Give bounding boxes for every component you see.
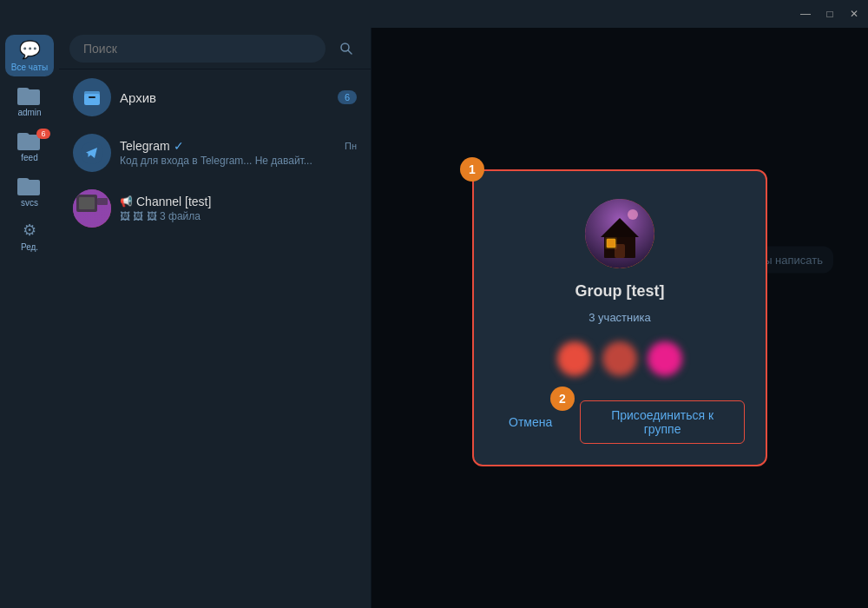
join-group-modal: Group [test] 3 участника 2 Отмена Присое…: [472, 169, 767, 466]
sidebar-item-label: svcs: [21, 198, 38, 208]
feed-badge: 6: [36, 129, 50, 139]
chat-icon: 💬: [19, 39, 41, 60]
channel-avatar: [73, 189, 111, 228]
modal-wrapper: 1: [472, 169, 767, 466]
member-avatar-2: [602, 341, 637, 376]
sidebar-item-svcs[interactable]: svcs: [5, 170, 54, 212]
cancel-button[interactable]: Отмена: [495, 408, 566, 436]
sidebar-item-admin[interactable]: admin: [5, 80, 54, 122]
member-avatar-3: [648, 341, 682, 376]
annotation-2: 2: [550, 387, 575, 411]
icon-bar: 💬 Все чаты admin feed 6 svcs ⚙ Ред.: [0, 28, 59, 608]
sidebar-item-edit[interactable]: ⚙ Ред.: [5, 215, 54, 257]
chat-time: Пн: [345, 141, 357, 151]
svg-rect-8: [79, 197, 95, 209]
svg-line-1: [348, 50, 352, 54]
search-icon: [332, 35, 360, 63]
svg-rect-9: [97, 198, 108, 205]
archive-row[interactable]: Архив 6: [59, 69, 371, 125]
group-avatar: [585, 199, 654, 268]
main-area: у хотели бы написать 1: [372, 28, 868, 608]
sidebar-item-feed[interactable]: feed 6: [5, 125, 54, 167]
chat-name-text: Telegram: [120, 139, 170, 153]
group-title: Group [test]: [575, 282, 665, 301]
title-bar: — □ ✕: [0, 0, 868, 28]
archive-icon: [73, 78, 111, 116]
sidebar-item-label: Все чаты: [11, 63, 48, 72]
archive-badge: 6: [338, 90, 357, 104]
close-button[interactable]: ✕: [847, 7, 861, 21]
sidebar-item-all-chats[interactable]: 💬 Все чаты: [5, 35, 54, 76]
telegram-avatar: [73, 134, 111, 172]
chat-panel: Архив 6 Telegram ✓ Пн Код дл: [59, 28, 372, 608]
chat-preview: Код для входа в Telegram... Не давайт...: [120, 155, 357, 167]
svg-rect-3: [84, 91, 100, 96]
chat-preview: 🖼 🖼 🖼 3 файла: [120, 210, 357, 222]
maximize-button[interactable]: □: [823, 7, 837, 21]
search-input[interactable]: [69, 35, 326, 63]
search-bar: [59, 28, 371, 69]
telegram-chat-info: Telegram ✓ Пн Код для входа в Telegram..…: [120, 139, 357, 167]
chat-item-channel-test[interactable]: 📢 Channel [test] 🖼 🖼 🖼 3 файла: [59, 181, 371, 236]
svg-rect-17: [605, 237, 617, 249]
folder-icon: [17, 175, 42, 195]
modal-overlay: 1: [372, 28, 868, 608]
sidebar-item-label: feed: [21, 153, 37, 162]
svg-point-11: [628, 209, 638, 220]
minimize-button[interactable]: —: [799, 7, 812, 21]
archive-title: Архив: [120, 90, 329, 105]
svg-rect-4: [89, 96, 95, 98]
verified-icon: ✓: [174, 139, 184, 153]
chat-name-text: Channel [test]: [136, 195, 211, 208]
sidebar-item-label: admin: [17, 108, 41, 117]
sidebar-item-label: Ред.: [21, 242, 38, 252]
member-avatar-1: [557, 341, 592, 376]
app-body: 💬 Все чаты admin feed 6 svcs ⚙ Ред.: [0, 28, 868, 608]
group-subtitle: 3 участника: [589, 311, 650, 324]
channel-chat-info: 📢 Channel [test] 🖼 🖼 🖼 3 файла: [120, 195, 357, 222]
folder-icon: [17, 84, 42, 105]
annotation-1: 1: [460, 157, 484, 182]
member-avatars: [557, 341, 682, 376]
modal-buttons: Отмена Присоединиться к группе: [495, 400, 745, 444]
chat-item-telegram[interactable]: Telegram ✓ Пн Код для входа в Telegram..…: [59, 125, 371, 181]
channel-icon: 📢: [120, 195, 133, 208]
join-group-button[interactable]: Присоединиться к группе: [580, 400, 745, 444]
sliders-icon: ⚙: [23, 221, 36, 240]
